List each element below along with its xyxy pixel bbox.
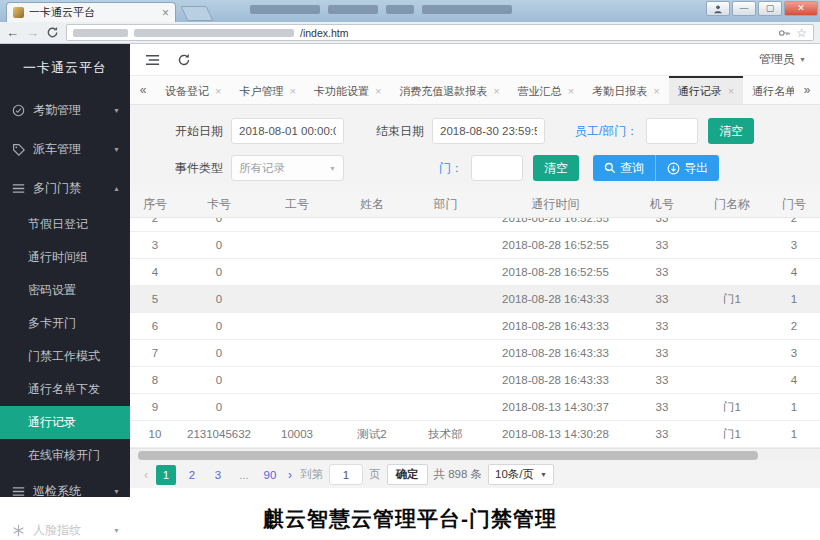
page-number-1[interactable]: 1 (156, 465, 176, 485)
profile-icon[interactable] (706, 1, 730, 16)
table-row[interactable]: 202018-08-28 16:52:55332 (130, 218, 820, 232)
main-topbar: 管理员 ▼ (130, 44, 820, 75)
sidebar-item-在线审核开门[interactable]: 在线审核开门 (0, 439, 130, 472)
browser-tab[interactable]: 一卡通云平台 × (6, 2, 176, 22)
tab-close-icon[interactable]: × (375, 85, 381, 97)
table-row[interactable]: 402018-08-28 16:52:55334 (130, 259, 820, 286)
tab-考勤日报表[interactable]: 考勤日报表× (583, 76, 668, 104)
collapse-menu-icon[interactable] (144, 52, 160, 68)
tab-label: 考勤日报表 (592, 84, 647, 99)
table-cell: 门1 (696, 421, 768, 447)
end-date-label: 结束日期 (376, 123, 424, 140)
tab-消费充值退款报表[interactable]: 消费充值退款报表× (390, 76, 508, 104)
browser-tab-title: 一卡通云平台 (29, 5, 157, 20)
tab-close-icon[interactable]: × (493, 85, 499, 97)
tab-close-icon[interactable]: × (568, 85, 574, 97)
close-button[interactable]: ✕ (784, 1, 818, 16)
page-number-3[interactable]: 3 (208, 465, 228, 485)
tabs-scroll-left-icon[interactable]: « (130, 76, 156, 104)
page-number-90[interactable]: 90 (260, 465, 280, 485)
tab-卡功能设置[interactable]: 卡功能设置× (305, 76, 390, 104)
refresh-icon[interactable] (176, 52, 192, 68)
table-row[interactable]: 602018-08-28 16:43:33332 (130, 313, 820, 340)
bookmark-star-icon[interactable]: ☆ (796, 27, 807, 39)
user-menu-label: 管理员 (759, 51, 795, 68)
table-cell: 6 (130, 313, 180, 339)
sidebar-group-4[interactable]: 巡检系统▼ (0, 472, 130, 511)
next-page-icon[interactable]: › (286, 468, 294, 482)
back-icon[interactable]: ← (6, 26, 19, 39)
sidebar-group-5[interactable]: 人脸指纹▼ (0, 511, 130, 540)
export-button[interactable]: 导出 (656, 155, 719, 181)
tab-close-icon[interactable]: × (289, 85, 295, 97)
end-date-input[interactable] (432, 118, 545, 144)
tab-卡户管理[interactable]: 卡户管理× (230, 76, 304, 104)
page-size-value: 10条/页 (495, 467, 534, 482)
table-cell (408, 313, 483, 339)
table-row[interactable]: 302018-08-28 16:52:55333 (130, 232, 820, 259)
clear-door-button[interactable]: 清空 (533, 155, 579, 181)
badge-check-icon (12, 104, 25, 117)
table-row[interactable]: 902018-08-13 14:30:3733门11 (130, 394, 820, 421)
browser-tab-close-icon[interactable]: × (162, 7, 169, 19)
tab-设备登记[interactable]: 设备登记× (156, 76, 230, 104)
browser-urlbar: ← → /index.htm ☆ (0, 22, 820, 44)
horizontal-scrollbar-thumb[interactable] (138, 451, 758, 460)
staff-dept-input[interactable] (646, 118, 698, 144)
forward-icon[interactable]: → (26, 26, 39, 39)
event-type-select[interactable]: 所有记录 ▼ (231, 155, 344, 181)
redacted-titlebar-text (250, 5, 512, 14)
goto-confirm-button[interactable]: 确定 (387, 464, 428, 485)
goto-unit-label: 页 (369, 467, 381, 482)
table-row[interactable]: 10213104563210003测试2技术部2018-08-13 14:30:… (130, 421, 820, 448)
door-input[interactable] (471, 155, 523, 181)
tab-close-icon[interactable]: × (728, 85, 734, 97)
table-cell (258, 313, 336, 339)
tab-通行名单下发[interactable]: 通行名单下发× (743, 76, 794, 104)
sidebar-group-label: 巡检系统 (33, 483, 105, 500)
tab-close-icon[interactable]: × (215, 85, 221, 97)
column-header-工号: 工号 (258, 191, 336, 217)
sidebar-item-通行时间组[interactable]: 通行时间组 (0, 241, 130, 274)
minimize-button[interactable]: — (732, 1, 756, 16)
sidebar-item-门禁工作模式[interactable]: 门禁工作模式 (0, 340, 130, 373)
new-tab-button[interactable] (181, 6, 214, 21)
sidebar-item-密码设置[interactable]: 密码设置 (0, 274, 130, 307)
sidebar-item-通行记录[interactable]: 通行记录 (0, 406, 130, 439)
horizontal-scrollbar-track[interactable] (130, 448, 820, 461)
tab-通行记录[interactable]: 通行记录× (669, 76, 743, 104)
clear-staff-dept-button[interactable]: 清空 (708, 118, 754, 144)
table-cell (408, 259, 483, 285)
table-row[interactable]: 502018-08-28 16:43:3333门11 (130, 286, 820, 313)
query-button[interactable]: 查询 (593, 155, 656, 181)
table-cell (336, 218, 408, 231)
search-icon (604, 162, 616, 174)
reload-icon[interactable] (46, 26, 59, 39)
tab-营业汇总[interactable]: 营业汇总× (509, 76, 583, 104)
table-cell (258, 340, 336, 366)
url-input[interactable]: /index.htm ☆ (66, 24, 814, 41)
start-date-input[interactable] (231, 118, 344, 144)
sidebar-group-2[interactable]: 派车管理▼ (0, 130, 130, 169)
table-row[interactable]: 802018-08-28 16:43:33334 (130, 367, 820, 394)
sidebar-item-节假日登记[interactable]: 节假日登记 (0, 208, 130, 241)
filter-panel: 开始日期 结束日期 员工/部门： 清空 事件类型 所有记录 ▼ 门： (130, 105, 820, 191)
sidebar-group-3[interactable]: 多门门禁▲ (0, 169, 130, 208)
table-cell: 33 (628, 286, 696, 312)
sidebar-item-通行名单下发[interactable]: 通行名单下发 (0, 373, 130, 406)
table-cell (408, 286, 483, 312)
tab-close-icon[interactable]: × (653, 85, 659, 97)
table-cell: 1 (768, 421, 820, 447)
goto-page-input[interactable] (329, 464, 363, 485)
page-size-select[interactable]: 10条/页 ▼ (488, 464, 554, 485)
page-number-2[interactable]: 2 (182, 465, 202, 485)
user-menu[interactable]: 管理员 ▼ (759, 51, 806, 68)
column-header-序号: 序号 (130, 191, 180, 217)
table-cell: 0 (180, 259, 258, 285)
tabs-scroll-right-icon[interactable]: » (794, 76, 820, 104)
sidebar-item-多卡开门[interactable]: 多卡开门 (0, 307, 130, 340)
sidebar-group-1[interactable]: 考勤管理▼ (0, 91, 130, 130)
prev-page-icon[interactable]: ‹ (142, 468, 150, 482)
maximize-button[interactable]: ▢ (758, 1, 782, 16)
table-row[interactable]: 702018-08-28 16:43:33333 (130, 340, 820, 367)
